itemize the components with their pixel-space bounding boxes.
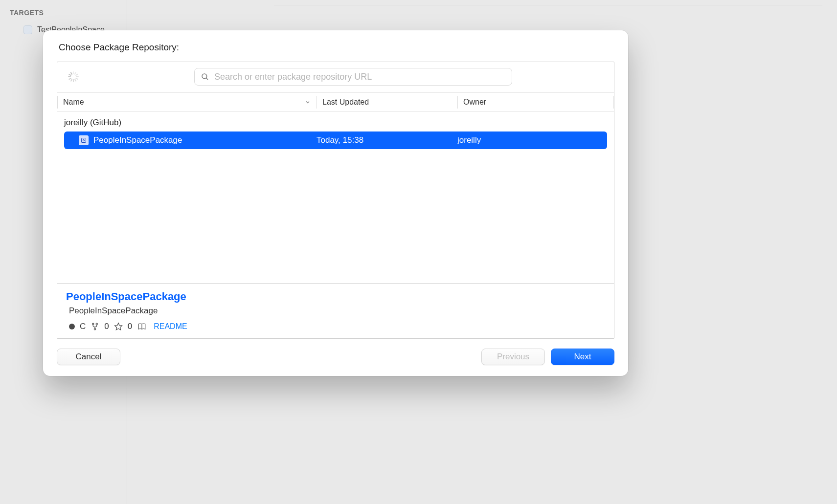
readme-link[interactable]: README <box>154 322 187 331</box>
language-dot-icon <box>69 324 75 329</box>
package-panel: Name Last Updated Owner joreilly (GitHub… <box>57 62 614 339</box>
svg-point-5 <box>96 323 97 325</box>
detail-title: PeopleInSpacePackage <box>66 290 605 303</box>
column-last-updated-label: Last Updated <box>322 98 369 107</box>
fork-icon <box>90 322 99 331</box>
package-list[interactable]: joreilly (GitHub) PeopleInSpacePackage T… <box>57 112 614 283</box>
detail-subtitle: PeopleInSpacePackage <box>69 306 605 316</box>
column-owner[interactable]: Owner <box>457 93 614 111</box>
column-last-updated[interactable]: Last Updated <box>317 93 457 111</box>
readme-icon <box>137 322 147 331</box>
loading-spinner-icon <box>68 71 79 82</box>
search-field[interactable] <box>194 68 512 86</box>
package-owner: joreilly <box>457 135 607 145</box>
package-icon <box>79 135 89 145</box>
svg-point-4 <box>92 323 94 325</box>
language-label: C <box>80 322 86 331</box>
svg-marker-8 <box>114 323 122 330</box>
chevron-down-icon <box>305 99 311 105</box>
app-target-icon <box>23 25 32 34</box>
package-name: PeopleInSpacePackage <box>93 135 182 145</box>
next-button[interactable]: Next <box>551 349 614 365</box>
stars-count: 0 <box>128 322 132 331</box>
cancel-button[interactable]: Cancel <box>57 349 120 365</box>
previous-button[interactable]: Previous <box>481 349 545 365</box>
column-owner-label: Owner <box>463 98 486 107</box>
sidebar-section-title: TARGETS <box>0 9 127 23</box>
package-updated: Today, 15:38 <box>317 135 457 145</box>
search-icon <box>201 72 209 81</box>
detail-meta: C 0 0 <box>69 322 605 331</box>
svg-point-0 <box>202 74 207 79</box>
svg-point-3 <box>83 140 85 141</box>
group-header: joreilly (GitHub) <box>57 112 614 131</box>
svg-point-6 <box>94 329 96 330</box>
package-repository-sheet: Choose Package Repository: Name <box>43 30 628 376</box>
column-name-label: Name <box>63 98 84 107</box>
star-icon <box>114 322 123 331</box>
svg-rect-2 <box>82 138 86 143</box>
package-detail: PeopleInSpacePackage PeopleInSpacePackag… <box>57 283 614 338</box>
sheet-title: Choose Package Repository: <box>57 42 614 53</box>
svg-line-1 <box>206 78 208 80</box>
sheet-footer: Cancel Previous Next <box>57 339 614 365</box>
package-row[interactable]: PeopleInSpacePackage Today, 15:38 joreil… <box>64 131 607 149</box>
column-name[interactable]: Name <box>57 93 317 111</box>
search-input[interactable] <box>214 72 506 82</box>
column-headers: Name Last Updated Owner <box>57 92 614 112</box>
forks-count: 0 <box>104 322 109 331</box>
search-row <box>57 62 614 92</box>
background-divider <box>274 5 822 5</box>
